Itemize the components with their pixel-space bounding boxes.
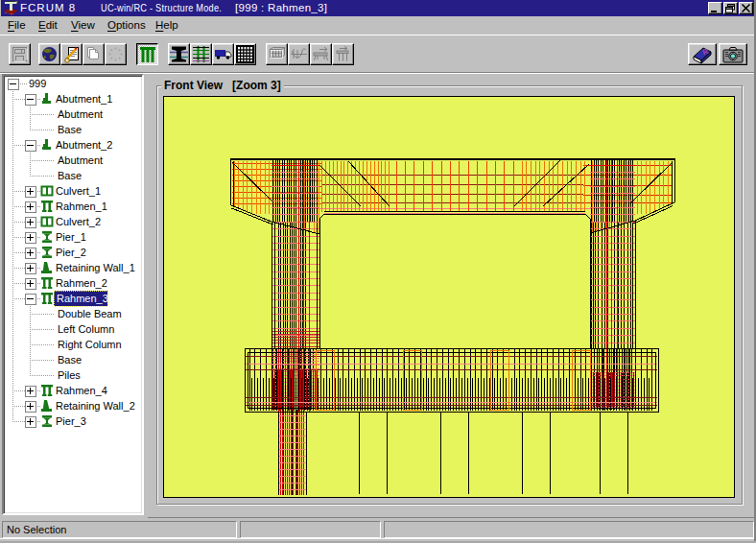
svg-text:Abutment: Abutment [58,154,103,166]
svg-text:Right Column: Right Column [58,339,122,350]
svg-text:Abutment_1: Abutment_1 [56,93,112,105]
svg-text:Rahmen_1: Rahmen_1 [56,201,107,212]
svg-text:Double Beam: Double Beam [58,308,122,319]
svg-text:Retaining Wall_2: Retaining Wall_2 [56,400,135,412]
svg-text:Pier_1: Pier_1 [56,231,86,243]
svg-text:Base: Base [58,124,82,135]
svg-text:Culvert_2: Culvert_2 [56,216,101,227]
svg-text:999: 999 [29,78,46,89]
svg-text:Rahmen_3: Rahmen_3 [57,293,108,304]
svg-text:Pier_2: Pier_2 [56,247,86,258]
svg-text:Rahmen_4: Rahmen_4 [56,385,107,396]
svg-text:Pier_3: Pier_3 [56,415,86,427]
svg-text:Left Column: Left Column [58,323,114,335]
svg-text:Rahmen_2: Rahmen_2 [56,277,107,289]
svg-text:Base: Base [58,170,82,181]
svg-text:Piles: Piles [58,369,81,381]
svg-text:Abutment: Abutment [58,108,103,120]
svg-text:Abutment_2: Abutment_2 [56,139,112,151]
svg-text:Base: Base [58,354,82,366]
svg-text:Culvert_1: Culvert_1 [56,185,101,197]
svg-text:Retaining Wall_1: Retaining Wall_1 [56,262,135,273]
